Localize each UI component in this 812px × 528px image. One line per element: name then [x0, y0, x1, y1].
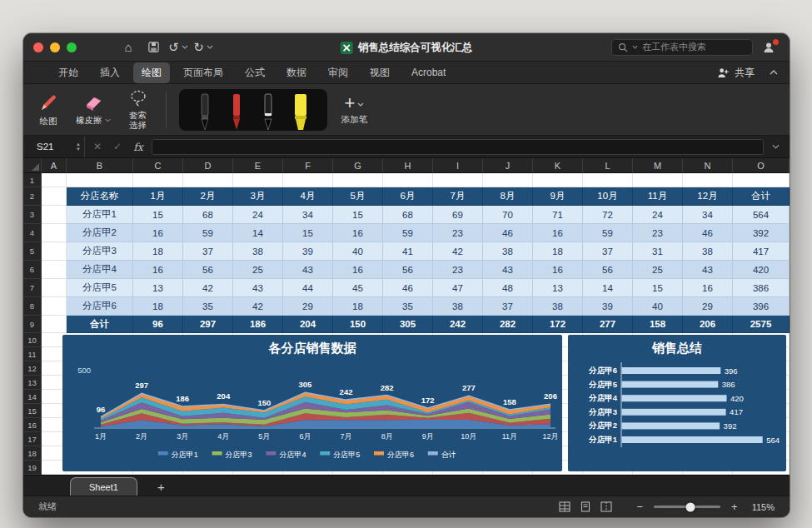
row-header-6[interactable]: 6: [23, 261, 42, 279]
name-box[interactable]: S21 ▲ ▼: [30, 136, 85, 157]
table-cell[interactable]: 29: [283, 297, 333, 316]
grid-cell[interactable]: [42, 297, 67, 316]
page-layout-view-icon[interactable]: [580, 501, 591, 512]
grid-cell[interactable]: [42, 224, 67, 242]
grid-cell[interactable]: [733, 173, 790, 187]
table-cell[interactable]: 18: [333, 297, 383, 316]
column-header-G[interactable]: G: [333, 158, 383, 173]
close-window-button[interactable]: [33, 42, 43, 52]
column-header-C[interactable]: C: [133, 158, 183, 173]
table-cell[interactable]: 分店甲5: [67, 279, 133, 297]
table-cell[interactable]: 47: [433, 279, 483, 297]
row-header-14[interactable]: 14: [23, 390, 42, 404]
table-cell[interactable]: 11月: [633, 187, 683, 206]
table-cell[interactable]: 25: [233, 261, 283, 279]
table-cell[interactable]: 40: [633, 297, 683, 316]
row-header-12[interactable]: 12: [23, 361, 42, 376]
table-cell[interactable]: 277: [583, 316, 633, 333]
table-cell[interactable]: 分店甲6: [67, 297, 133, 316]
row-header-5[interactable]: 5: [23, 242, 42, 261]
column-header-F[interactable]: F: [283, 158, 333, 173]
table-cell[interactable]: 16: [333, 224, 383, 242]
table-cell[interactable]: 38: [233, 242, 283, 261]
table-cell[interactable]: 12月: [683, 187, 733, 206]
table-cell[interactable]: 396: [733, 297, 790, 316]
row-header-11[interactable]: 11: [23, 347, 42, 361]
column-header-O[interactable]: O: [733, 158, 790, 173]
table-cell[interactable]: 16: [333, 261, 383, 279]
table-cell[interactable]: 24: [633, 206, 683, 224]
grid-cell[interactable]: [133, 173, 183, 187]
ribbon-tab-开始[interactable]: 开始: [50, 62, 87, 83]
column-header-J[interactable]: J: [483, 158, 533, 173]
column-header-H[interactable]: H: [383, 158, 433, 173]
table-cell[interactable]: 44: [283, 279, 333, 297]
ribbon-tab-视图[interactable]: 视图: [361, 62, 398, 83]
table-cell[interactable]: 417: [733, 242, 790, 261]
table-cell[interactable]: 305: [383, 316, 433, 333]
grid-cell[interactable]: [42, 316, 67, 333]
area-chart[interactable]: 各分店销售数据500962971862041503052422821722771…: [62, 335, 562, 471]
grid-cell[interactable]: [42, 173, 67, 187]
grid-cell[interactable]: [42, 242, 67, 261]
table-cell[interactable]: 56: [183, 261, 233, 279]
ribbon-tab-页面布局[interactable]: 页面布局: [175, 62, 232, 83]
name-box-stepper[interactable]: ▲ ▼: [76, 142, 81, 152]
ribbon-tab-绘图[interactable]: 绘图: [133, 62, 170, 83]
undo-button[interactable]: ↺: [168, 38, 188, 57]
table-cell[interactable]: 31: [633, 242, 683, 261]
row-header-9[interactable]: 9: [23, 316, 42, 333]
table-cell[interactable]: 392: [733, 224, 790, 242]
table-cell[interactable]: 15: [283, 224, 333, 242]
table-cell[interactable]: 38: [533, 297, 583, 316]
table-cell[interactable]: 15: [333, 206, 383, 224]
table-cell[interactable]: 6月: [383, 187, 433, 206]
table-cell[interactable]: 合计: [67, 316, 133, 333]
zoom-slider[interactable]: [654, 506, 720, 508]
table-cell[interactable]: 158: [633, 316, 683, 333]
ribbon-tab-公式[interactable]: 公式: [237, 62, 273, 83]
table-cell[interactable]: 分店名称: [67, 187, 133, 206]
grid-cell[interactable]: [433, 173, 483, 187]
grid-cell[interactable]: [633, 173, 683, 187]
row-header-1[interactable]: 1: [23, 173, 42, 187]
account-icon[interactable]: [758, 38, 780, 57]
lasso-select-button[interactable]: 套索 选择: [123, 89, 153, 130]
yellow-highlighter[interactable]: [291, 92, 311, 131]
row-header-8[interactable]: 8: [23, 297, 42, 316]
column-header-M[interactable]: M: [633, 158, 683, 173]
grid-cell[interactable]: [42, 206, 67, 224]
table-cell[interactable]: 8月: [483, 187, 533, 206]
table-cell[interactable]: 2575: [733, 316, 790, 333]
table-cell[interactable]: 72: [583, 206, 633, 224]
table-cell[interactable]: 69: [433, 206, 483, 224]
grid-cell[interactable]: [583, 173, 633, 187]
row-header-17[interactable]: 17: [23, 432, 42, 446]
zoom-in-button[interactable]: +: [731, 501, 738, 513]
row-header-15[interactable]: 15: [23, 404, 42, 418]
table-cell[interactable]: 46: [483, 224, 533, 242]
table-cell[interactable]: 16: [133, 224, 183, 242]
add-pen-button[interactable]: + 添加笔: [340, 95, 370, 125]
column-header-I[interactable]: I: [433, 158, 483, 173]
column-header-D[interactable]: D: [183, 158, 233, 173]
ribbon-tab-Acrobat[interactable]: Acrobat: [403, 63, 454, 82]
eraser-tool-button[interactable]: 橡皮擦: [76, 94, 111, 126]
normal-view-icon[interactable]: [559, 501, 570, 512]
dark-pen[interactable]: [259, 92, 277, 131]
table-cell[interactable]: 46: [683, 224, 733, 242]
table-cell[interactable]: 43: [483, 261, 533, 279]
table-cell[interactable]: 42: [233, 297, 283, 316]
table-cell[interactable]: 29: [683, 297, 733, 316]
table-cell[interactable]: 242: [433, 316, 483, 333]
table-cell[interactable]: 43: [233, 279, 283, 297]
table-cell[interactable]: 37: [183, 242, 233, 261]
formula-input[interactable]: [152, 139, 764, 155]
table-cell[interactable]: 13: [133, 279, 183, 297]
table-cell[interactable]: 38: [433, 297, 483, 316]
table-cell[interactable]: 37: [483, 297, 533, 316]
table-cell[interactable]: 23: [433, 224, 483, 242]
table-cell[interactable]: 15: [633, 279, 683, 297]
search-input[interactable]: 在工作表中搜索: [611, 39, 753, 56]
minimize-window-button[interactable]: [50, 42, 60, 52]
